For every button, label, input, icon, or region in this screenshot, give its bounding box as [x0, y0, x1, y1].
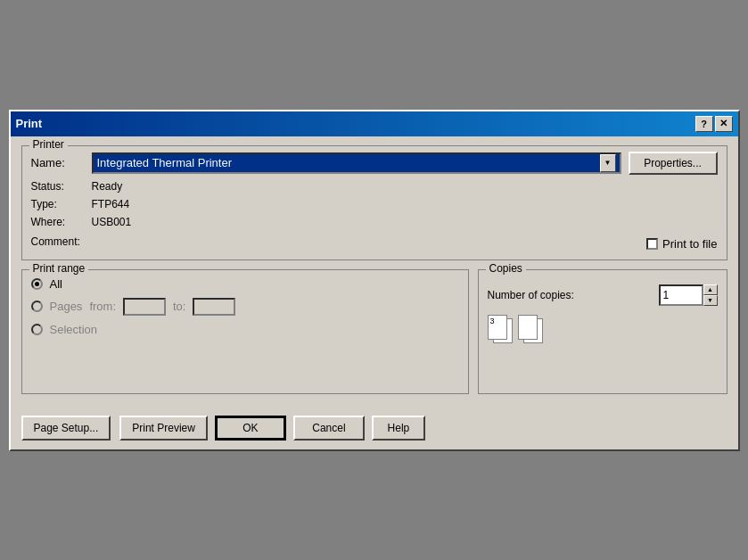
where-label: Where:	[31, 216, 92, 228]
collate-stack-right	[518, 315, 543, 347]
printer-name-value: Integrated Thermal Printer	[97, 156, 598, 169]
printer-dropdown-arrow[interactable]: ▼	[600, 154, 616, 172]
collate-stack-left: 3	[488, 315, 513, 347]
print-to-file-row: Print to file	[646, 237, 717, 251]
title-bar-buttons: ? ✕	[695, 116, 733, 132]
title-bar: Print ? ✕	[11, 111, 738, 136]
print-to-file-checkbox[interactable]	[646, 238, 658, 250]
print-preview-button[interactable]: Print Preview	[119, 416, 208, 441]
print-to-file-label: Print to file	[662, 237, 717, 251]
selection-radio[interactable]	[31, 324, 43, 335]
number-of-copies-label: Number of copies:	[488, 289, 652, 301]
copies-group-label: Copies	[486, 262, 526, 275]
help-button[interactable]: Help	[372, 416, 425, 441]
collate-icon-area: 3	[488, 315, 718, 347]
where-row: Where: USB001	[31, 216, 718, 228]
all-radio-row[interactable]: All	[31, 277, 459, 291]
print-dialog: Print ? ✕ Printer Name: Integrated Therm…	[9, 110, 740, 451]
print-range-group: Print range All Pages from: to:	[21, 269, 469, 394]
copies-group: Copies Number of copies: ▲ ▼	[478, 269, 727, 394]
to-label: to:	[173, 300, 185, 313]
printer-name-row: Name: Integrated Thermal Printer ▼ Prope…	[31, 152, 718, 175]
print-to-file-checkbox-wrapper[interactable]: Print to file	[646, 237, 717, 251]
bottom-sections: Print range All Pages from: to:	[21, 269, 727, 403]
dialog-body: Printer Name: Integrated Thermal Printer…	[11, 136, 738, 449]
printer-section: Name: Integrated Thermal Printer ▼ Prope…	[31, 152, 718, 251]
all-radio[interactable]	[31, 278, 43, 290]
pages-label: Pages	[50, 300, 83, 313]
all-label: All	[50, 277, 62, 291]
close-title-button[interactable]: ✕	[715, 116, 733, 132]
selection-label: Selection	[50, 323, 97, 336]
print-range-label: Print range	[29, 262, 89, 275]
printer-group: Printer Name: Integrated Thermal Printer…	[21, 145, 727, 260]
where-value: USB001	[92, 216, 132, 228]
page-setup-button[interactable]: Page Setup...	[21, 416, 111, 441]
spin-down-button[interactable]: ▼	[703, 295, 718, 306]
pages-radio-row[interactable]: Pages from: to:	[31, 298, 459, 316]
pages-radio[interactable]	[31, 301, 43, 312]
copies-spinner[interactable]: ▲ ▼	[659, 284, 718, 306]
collate-page2-front	[518, 315, 538, 340]
spin-up-button[interactable]: ▲	[703, 284, 718, 295]
ok-button[interactable]: OK	[215, 416, 286, 441]
selection-radio-row[interactable]: Selection	[31, 323, 459, 336]
comment-row: Comment:	[31, 235, 92, 248]
cancel-button[interactable]: Cancel	[293, 416, 365, 441]
status-value: Ready	[92, 180, 123, 193]
type-row: Type: FTP644	[31, 198, 718, 210]
printer-group-label: Printer	[29, 138, 68, 151]
collate-page-number: 3	[490, 317, 495, 325]
to-input[interactable]	[193, 298, 235, 316]
type-label: Type:	[31, 198, 92, 210]
status-row: Status: Ready	[31, 180, 718, 193]
spinner-buttons: ▲ ▼	[703, 284, 718, 306]
name-label: Name:	[31, 156, 85, 169]
status-label: Status:	[31, 180, 92, 193]
printer-select-wrapper[interactable]: Integrated Thermal Printer ▼	[92, 152, 621, 174]
from-input[interactable]	[123, 298, 166, 316]
from-label: from:	[89, 300, 116, 313]
dialog-title: Print	[16, 117, 43, 130]
properties-button[interactable]: Properties...	[629, 152, 718, 175]
copies-number-row: Number of copies: ▲ ▼	[488, 284, 718, 306]
collate-page-front: 3	[488, 315, 507, 340]
comment-label: Comment:	[31, 235, 92, 248]
copies-input[interactable]	[659, 284, 703, 306]
help-title-button[interactable]: ?	[695, 116, 713, 132]
type-value: FTP644	[92, 198, 130, 210]
footer-buttons: Page Setup... Print Preview OK Cancel He…	[21, 412, 727, 441]
